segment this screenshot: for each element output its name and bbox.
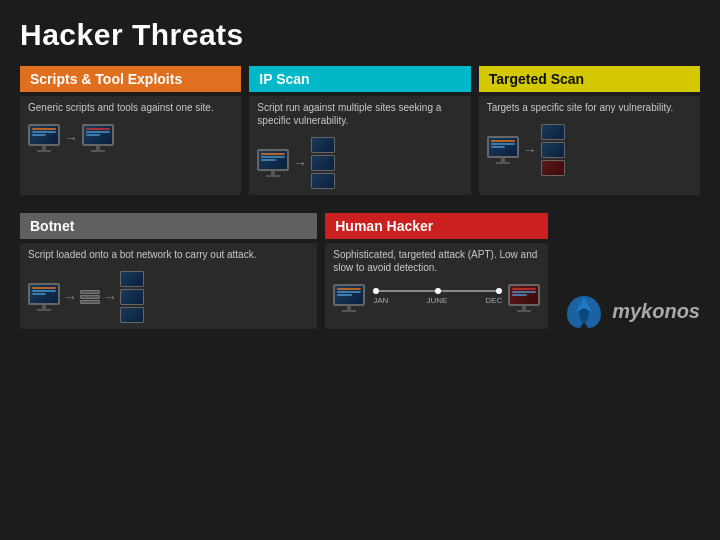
card-scripts-exploits: Scripts & Tool Exploits Generic scripts … [20,66,241,195]
timeline-line-1 [379,290,434,292]
monitor-scripts-src [28,124,60,152]
screen-content-hum [335,286,363,304]
timeline-label-dec: DEC [485,296,502,305]
diagram-botnet [28,271,309,323]
screen-content-bot [30,285,58,303]
card-human-body: Sophisticated, targeted attack (APT). Lo… [325,243,548,329]
screen-line [86,134,100,136]
card-scripts-header: Scripts & Tool Exploits [20,66,241,92]
card-human-desc: Sophisticated, targeted attack (APT). Lo… [333,248,540,274]
logo-area: mykonos [564,294,700,329]
card-botnet-header: Botnet [20,213,317,239]
timeline-row [373,288,502,294]
screen-line [32,131,56,133]
screen-inner-hum [335,286,363,304]
top-cards-row: Scripts & Tool Exploits Generic scripts … [20,66,700,195]
card-scripts-body: Generic scripts and tools against one si… [20,96,241,195]
card-targeted-desc: Targets a specific site for any vulnerab… [487,101,692,114]
monitor-base [37,150,51,152]
monitor-small-3 [541,160,565,176]
monitor-stack-ip [311,137,335,189]
monitor-botnet-src [28,283,60,311]
monitor-small-bot-3 [120,307,144,323]
diagram-human: JAN JUNE DEC [333,284,540,312]
arrow-right-icon [523,142,537,158]
screen-inner-ip [259,151,287,169]
card-botnet: Botnet Script loaded onto a bot network … [20,213,317,329]
card-ip-desc: Script run against multiple sites seekin… [257,101,462,127]
diagram-ip [257,137,462,189]
arrow-right-icon [63,289,77,305]
monitor-base [37,309,51,311]
screen-inner-hum-dst [510,286,538,304]
screen-line [337,291,361,293]
monitor-screen-bot [28,283,60,305]
monitor-stack-bot [120,271,144,323]
bottom-cards: Botnet Script loaded onto a bot network … [20,213,548,329]
monitor-screen-hum-dst [508,284,540,306]
monitor-screen-tgt [487,136,519,158]
screen-line [512,288,536,290]
monitor-ip-src [257,149,289,177]
screen-line [337,288,361,290]
screen-inner-bot [30,285,58,303]
monitor-small-2 [311,155,335,171]
screen-content [30,126,58,144]
page-container: Hacker Threats Scripts & Tool Exploits G… [0,0,720,540]
card-targeted-header: Targeted Scan [479,66,700,92]
timeline-label-june: JUNE [426,296,447,305]
server-icon [80,290,100,304]
monitor-human-dst [508,284,540,312]
monitor-stack-tgt [541,124,565,176]
card-scripts-desc: Generic scripts and tools against one si… [28,101,233,114]
server-bar-1 [80,290,100,294]
logo-text: mykonos [612,300,700,323]
timeline-line-2 [441,290,496,292]
monitor-scripts-dst [82,124,114,152]
timeline-labels-row: JAN JUNE DEC [373,296,502,305]
screen-inner [30,126,58,144]
screen-inner-dst [84,126,112,144]
monitor-small-bot-2 [120,289,144,305]
monitor-small-1 [541,124,565,140]
monitor-targeted-src [487,136,519,164]
screen-line [261,153,285,155]
screen-line [86,128,110,130]
card-human-header: Human Hacker [325,213,548,239]
monitor-base [91,150,105,152]
monitor-base [266,175,280,177]
screen-line [491,140,515,142]
screen-line [261,159,275,161]
monitor-screen-dst [82,124,114,146]
monitor-base [342,310,356,312]
monitor-small-1 [311,137,335,153]
server-bar-2 [80,295,100,299]
card-targeted-body: Targets a specific site for any vulnerab… [479,96,700,195]
monitor-small-bot-1 [120,271,144,287]
monitor-base [496,162,510,164]
monitor-screen [28,124,60,146]
timeline-dot-dec [496,288,502,294]
screen-line [337,294,351,296]
mykonos-logo-icon [564,294,604,329]
monitor-small-3 [311,173,335,189]
screen-line [261,156,285,158]
screen-content-hum-dst [510,286,538,304]
screen-line [491,143,515,145]
screen-line [32,287,56,289]
card-ip-scan: IP Scan Script run against multiple site… [249,66,470,195]
card-human-hacker: Human Hacker Sophisticated, targeted att… [325,213,548,329]
monitor-small-2 [541,142,565,158]
monitor-human-src [333,284,365,312]
card-botnet-body: Script loaded onto a bot network to carr… [20,243,317,329]
card-targeted: Targeted Scan Targets a specific site fo… [479,66,700,195]
screen-line [32,128,56,130]
bottom-section: Botnet Script loaded onto a bot network … [20,213,700,329]
arrow-right-icon [293,155,307,171]
monitor-screen-hum [333,284,365,306]
screen-line [32,290,56,292]
screen-content-ip [259,151,287,169]
arrow-right-icon [103,289,117,305]
monitor-screen-ip [257,149,289,171]
screen-line [32,293,46,295]
